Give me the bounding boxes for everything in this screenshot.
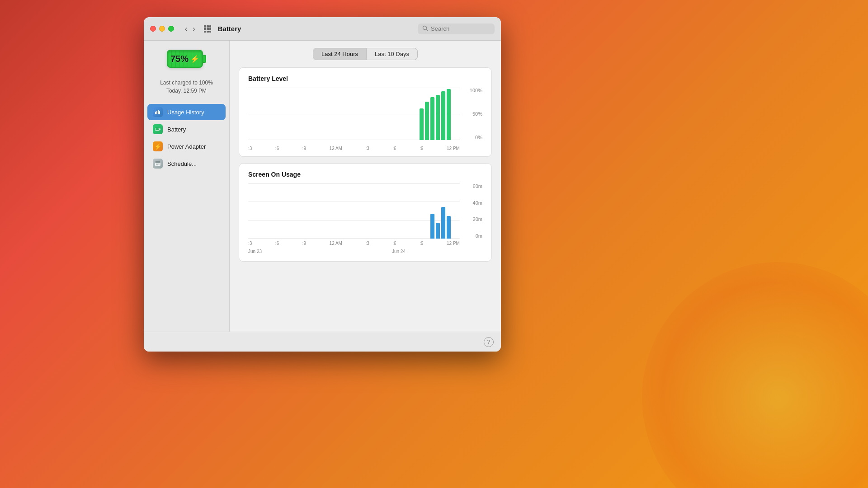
- svg-rect-2: [209, 25, 211, 28]
- sidebar-item-battery-label: Battery: [167, 126, 186, 133]
- power-adapter-icon: ⚡: [153, 141, 163, 151]
- x-label-3b: :3: [365, 146, 369, 151]
- screen-usage-chart: 60m 40m 20m 0m :3 :6 :9 12 AM :3 :6 :9 1…: [248, 183, 482, 256]
- date-labels-row: Jun 23 Jun 24: [248, 249, 460, 254]
- screen-x-12pm: 12 PM: [447, 241, 460, 246]
- x-label-6a: :6: [275, 146, 279, 151]
- screen-y-60m: 60m: [473, 183, 482, 189]
- svg-rect-19: [155, 161, 160, 163]
- battery-bar-4: [436, 95, 440, 140]
- battery-widget: 75% ⚡: [167, 50, 206, 68]
- close-button[interactable]: [150, 26, 156, 32]
- screen-x-9b: :9: [420, 241, 423, 246]
- svg-line-10: [426, 29, 428, 31]
- battery-body: 75% ⚡: [167, 50, 203, 68]
- charging-icon: ⚡: [190, 55, 199, 63]
- help-button[interactable]: ?: [484, 337, 494, 347]
- last-charged-line2: Today, 12:59 PM: [160, 87, 213, 95]
- svg-rect-3: [204, 28, 206, 30]
- sidebar: 75% ⚡ Last charged to 100% Today, 12:59 …: [144, 41, 230, 332]
- svg-rect-17: [156, 128, 159, 130]
- svg-rect-6: [204, 31, 206, 33]
- svg-rect-11: [155, 112, 156, 114]
- search-box[interactable]: [418, 23, 495, 34]
- svg-rect-16: [160, 129, 160, 130]
- battery-bar-6: [447, 89, 451, 140]
- screen-usage-title: Screen On Usage: [248, 171, 482, 178]
- usage-history-icon: [153, 107, 163, 117]
- sidebar-item-usage-history[interactable]: Usage History: [147, 104, 226, 120]
- screen-bar-3: [441, 207, 445, 239]
- sidebar-navigation: Usage History Battery ⚡: [144, 104, 229, 173]
- svg-rect-14: [159, 111, 160, 114]
- sidebar-item-schedule-label: Schedule...: [167, 160, 197, 167]
- battery-chart-y-labels: 100% 50% 0%: [462, 88, 482, 140]
- main-content: Last 24 Hours Last 10 Days Battery Level: [230, 41, 501, 332]
- last-charged-info: Last charged to 100% Today, 12:59 PM: [160, 79, 213, 95]
- x-label-12pm: 12 PM: [447, 146, 460, 151]
- tab-10d[interactable]: Last 10 Days: [367, 48, 418, 60]
- x-label-12am: 12 AM: [330, 146, 342, 151]
- forward-button[interactable]: ›: [191, 24, 197, 34]
- battery-tip: [203, 55, 206, 63]
- traffic-lights: [150, 26, 174, 32]
- screen-chart-y-labels: 60m 40m 20m 0m: [462, 183, 482, 239]
- y-label-50: 50%: [472, 111, 482, 117]
- screen-bar-1: [430, 214, 434, 239]
- y-label-0: 0%: [475, 135, 482, 140]
- battery-chart-x-labels: :3 :6 :9 12 AM :3 :6 :9 12 PM: [248, 146, 460, 151]
- sidebar-item-battery[interactable]: Battery: [147, 121, 226, 137]
- screen-x-3b: :3: [365, 241, 369, 246]
- nav-buttons: ‹ ›: [183, 24, 197, 34]
- window-title: Battery: [218, 25, 241, 33]
- search-input[interactable]: [431, 25, 490, 32]
- grid-view-button[interactable]: [203, 25, 212, 33]
- window-footer: ?: [144, 332, 501, 352]
- back-button[interactable]: ‹: [183, 24, 189, 34]
- svg-rect-1: [207, 25, 209, 28]
- x-label-9a: :9: [302, 146, 306, 151]
- fullscreen-button[interactable]: [168, 26, 174, 32]
- grid-icon: [203, 25, 212, 33]
- battery-level-chart-section: Battery Level: [239, 67, 492, 157]
- svg-rect-0: [204, 25, 206, 28]
- svg-rect-7: [207, 31, 209, 33]
- screen-y-40m: 40m: [473, 200, 482, 206]
- battery-level-title: Battery Level: [248, 75, 482, 82]
- battery-bar-2: [425, 102, 429, 140]
- y-label-100: 100%: [470, 88, 482, 93]
- tab-24h[interactable]: Last 24 Hours: [313, 48, 367, 60]
- window-body: 75% ⚡ Last charged to 100% Today, 12:59 …: [144, 41, 501, 332]
- battery-percent: 75%: [170, 54, 189, 64]
- last-charged-line1: Last charged to 100%: [160, 79, 213, 87]
- main-window: ‹ › Battery: [144, 17, 501, 352]
- svg-rect-5: [209, 28, 211, 30]
- battery-bar-5: [441, 91, 445, 140]
- battery-level-chart: 100% 50% 0% :3 :6 :9 12 AM :3 :6 :9 12 P…: [248, 88, 482, 151]
- battery-level-bars: [248, 88, 460, 140]
- battery-bar-1: [420, 108, 424, 140]
- sidebar-item-schedule[interactable]: Schedule...: [147, 155, 226, 172]
- svg-rect-13: [158, 110, 159, 114]
- sidebar-item-power-adapter-label: Power Adapter: [167, 143, 206, 150]
- screen-chart-x-labels: :3 :6 :9 12 AM :3 :6 :9 12 PM: [248, 241, 460, 246]
- search-icon: [422, 25, 428, 33]
- screen-x-12am: 12 AM: [330, 241, 342, 246]
- screen-y-0m: 0m: [476, 233, 482, 239]
- battery-icon: [153, 124, 163, 134]
- screen-bar-4: [447, 216, 451, 239]
- battery-bar-3: [430, 97, 434, 140]
- screen-x-6a: :6: [275, 241, 279, 246]
- screen-y-20m: 20m: [473, 216, 482, 222]
- titlebar: ‹ › Battery: [144, 17, 501, 41]
- screen-usage-bars: [248, 183, 460, 239]
- x-label-9b: :9: [420, 146, 423, 151]
- sidebar-item-power-adapter[interactable]: ⚡ Power Adapter: [147, 138, 226, 155]
- schedule-icon: [153, 159, 163, 169]
- x-label-3a: :3: [248, 146, 252, 151]
- minimize-button[interactable]: [159, 26, 165, 32]
- sidebar-item-usage-history-label: Usage History: [167, 109, 204, 116]
- screen-x-9a: :9: [302, 241, 306, 246]
- date-jun24: Jun 24: [392, 249, 406, 254]
- screen-x-3a: :3: [248, 241, 252, 246]
